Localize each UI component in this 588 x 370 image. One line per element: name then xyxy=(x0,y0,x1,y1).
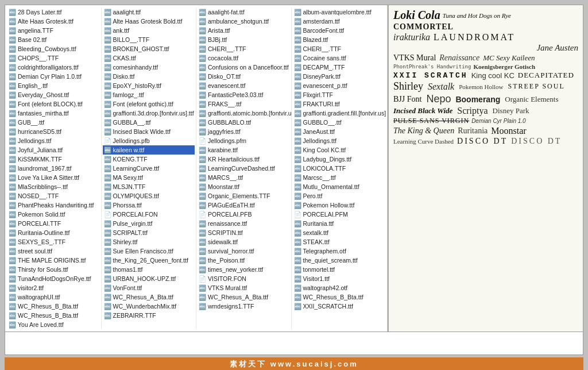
list-item[interactable]: 🔤aaalight.ttf xyxy=(103,7,195,17)
list-item[interactable]: 🔤28 Days Later.ttf xyxy=(7,7,100,17)
list-item[interactable]: 🔤FRAKTURI.ttf xyxy=(293,99,385,109)
list-item[interactable]: 🔤Visitor1.ttf xyxy=(293,274,385,283)
list-item[interactable]: 🔤English_.ttf xyxy=(7,81,100,90)
list-item[interactable]: 🔤LearningCurveDashed.ttf xyxy=(198,164,290,173)
list-item[interactable]: 🔤Organic_Elements.TTF xyxy=(198,191,290,201)
list-item[interactable]: 🔤Ladybug_Dings.ttf xyxy=(293,155,385,164)
list-item[interactable]: 🔤sidewalk.ttf xyxy=(198,237,290,246)
list-item[interactable]: 🔤DisneyPark.ttf xyxy=(293,72,385,81)
list-item[interactable]: 🔤renaissance.ttf xyxy=(198,219,290,228)
list-item[interactable]: 🔤SCRIPTIN.ttf xyxy=(198,228,290,237)
list-item[interactable]: 🔤sextalk.ttf xyxy=(293,228,385,237)
list-item[interactable]: 🔤KR Heartailcious.ttf xyxy=(198,155,290,164)
list-item[interactable]: 🔤BILLO__.TTF xyxy=(103,35,195,44)
list-item[interactable]: 🔤Moonstar.ttf xyxy=(198,182,290,191)
list-item[interactable]: 🔤coldrightforalligators.ttf xyxy=(7,63,100,72)
list-item[interactable]: 🔤GUBBLA__.ttf xyxy=(103,118,195,127)
list-item[interactable]: 🔤URBAN_HOOK-UPZ.ttf xyxy=(103,274,195,283)
list-item[interactable]: 🔤BarcodeFont.ttf xyxy=(293,26,385,35)
list-item[interactable]: 🔤the_Poison.ttf xyxy=(198,256,290,265)
list-item[interactable]: 🔤MlaScribblings--.ttf xyxy=(7,182,100,191)
list-item[interactable]: 🔤SEXYS_ES_.TTF xyxy=(7,237,100,246)
list-item[interactable]: 📄PORCELAI.PFB xyxy=(198,210,290,219)
list-item[interactable]: 🔤Arista.ttf xyxy=(198,26,290,35)
list-item[interactable]: 🔤Cocaine sans.ttf xyxy=(293,53,385,63)
list-item[interactable]: 📄VISITOR.FON xyxy=(198,274,290,283)
list-item[interactable]: 🔤TunaAndHotDogsOnRye.ttf xyxy=(7,274,100,283)
list-item[interactable]: 🔤ZEBRAIRR.TTF xyxy=(103,311,195,320)
list-item[interactable]: 🔤CKAS.ttf xyxy=(103,53,195,63)
list-item[interactable]: 🔤GUB__.ttf xyxy=(7,118,100,127)
list-item[interactable]: 🔤KOENG.TTF xyxy=(103,155,195,164)
list-item[interactable]: 🔤Marcsc__.ttf xyxy=(293,173,385,182)
list-item[interactable]: 🔤EpoXY_histoRy.ttf xyxy=(103,81,195,90)
list-item[interactable]: 🔤MLSJN.TTF xyxy=(103,182,195,191)
list-item[interactable]: 🔤Phorssa.ttf xyxy=(103,201,195,210)
list-item[interactable]: 🔤WC_Rhesus_B_Bta.ttf xyxy=(293,292,385,302)
list-item[interactable]: 🔤PlAGuEdEaTH.ttf xyxy=(198,201,290,210)
list-item[interactable]: 🔤Jellodings.ttf xyxy=(293,136,385,145)
list-item[interactable]: 🔤graffionti.atomic.bomb.[fontvir.us].ttf xyxy=(198,109,290,118)
list-item[interactable]: 🔤the_King_26_Queen_font.ttf xyxy=(103,256,195,265)
list-item[interactable]: 🔤BJBj.ttf xyxy=(198,35,290,44)
list-item[interactable]: 🔤WC_Rhesus_A_Bta.ttf xyxy=(103,292,195,302)
list-item[interactable]: 🔤MA Sexy.ttf xyxy=(103,173,195,182)
list-item[interactable]: 🔤Ruritania.ttf xyxy=(293,219,385,228)
list-item[interactable]: 🔤street soul.ttf xyxy=(7,246,100,256)
list-item[interactable]: 🔤Confusions on a Dancefloor.ttf xyxy=(198,63,290,72)
list-item[interactable]: 🔤Pokemon Hollow.ttf xyxy=(293,201,385,210)
list-item[interactable]: 🔤Demian Cyr Plain 1.0.ttf xyxy=(7,72,100,81)
list-item[interactable]: 🔤evanescent_p.ttf xyxy=(293,81,385,90)
list-item[interactable]: 🔤Everyday_Ghost.ttf xyxy=(7,90,100,99)
list-item[interactable]: 🔤Shirley.ttf xyxy=(103,237,195,246)
list-item[interactable]: 🔤THE MAPLE ORIGINS.ttf xyxy=(7,256,100,265)
list-item[interactable]: 📄Jellodings.pfb xyxy=(103,136,195,145)
list-item[interactable]: 🔤OLYMPIQUES.ttf xyxy=(103,191,195,201)
list-item[interactable]: 🔤GUBBLO__.ttf xyxy=(293,118,385,127)
list-item[interactable]: 🔤Flixgirl.TTF xyxy=(293,90,385,99)
list-item[interactable]: 🔤graffionti.gradient.fill.[fontvir.us].t… xyxy=(293,109,385,118)
list-item[interactable]: 🔤visitor2.ttf xyxy=(7,283,100,292)
list-item[interactable]: 🔤Base 02.ttf xyxy=(7,35,100,44)
list-item[interactable]: 🔤WC_Rhesus_B_Bta.ttf xyxy=(7,311,100,320)
list-item[interactable]: 🔤VTKS Mural.ttf xyxy=(198,283,290,292)
list-item[interactable]: 📄PORCELAI.PFM xyxy=(293,210,385,219)
list-item[interactable]: 🔤jaggyfries.ttf xyxy=(198,127,290,136)
list-item[interactable]: 🔤FantasticPete3.03.ttf xyxy=(198,90,290,99)
list-item[interactable]: 🔤survival_horror.ttf xyxy=(198,246,290,256)
list-item[interactable]: 🔤ambulance_shotgun.ttf xyxy=(198,17,290,26)
list-item[interactable]: 🔤thomas1.ttf xyxy=(103,265,195,274)
list-item[interactable]: 🔤tonmortel.ttf xyxy=(293,265,385,274)
list-item[interactable]: 🔤angelina.TTF xyxy=(7,26,100,35)
list-item[interactable]: 🔤kaileen w.ttf xyxy=(103,145,195,155)
list-item[interactable]: 📄PORCELAI.FON xyxy=(103,210,195,219)
list-item[interactable]: 🔤hurricaneSD5.ttf xyxy=(7,127,100,136)
list-item[interactable]: 🔤Alte Haas Grotesk.ttf xyxy=(7,17,100,26)
list-item[interactable]: 🔤Disko.ttf xyxy=(103,72,195,81)
list-item[interactable]: 🔤King Cool KC.ttf xyxy=(293,145,385,155)
list-item[interactable]: 🔤MARCS__.ttf xyxy=(198,173,290,182)
list-item[interactable]: 🔤cocacola.ttf xyxy=(198,53,290,63)
list-item[interactable]: 🔤FRAKS__.ttf xyxy=(198,99,290,109)
list-item[interactable]: 🔤CHERI__.TTF xyxy=(198,44,290,53)
list-item[interactable]: 🔤XXII_SCRATCH.ttf xyxy=(293,302,385,311)
list-item[interactable]: 🔤ank.ttf xyxy=(103,26,195,35)
list-item[interactable]: 🔤aaalight-fat.ttf xyxy=(198,7,290,17)
list-item[interactable]: 🔤laundromat_1967.ttf xyxy=(7,164,100,173)
list-item[interactable]: 🔤NOSED__.TTF xyxy=(7,191,100,201)
list-item[interactable]: 🔤amsterdam.ttf xyxy=(293,17,385,26)
list-item[interactable]: 🔤Joyful_Juliana.ttf xyxy=(7,145,100,155)
list-item[interactable]: 🔤Love Ya Like A Sitter.ttf xyxy=(7,173,100,182)
list-item[interactable]: 🔤Alte Haas Grotesk Bold.ttf xyxy=(103,17,195,26)
list-item[interactable]: 🔤the_quiet_scream.ttf xyxy=(293,256,385,265)
list-item[interactable]: 🔤Incised Black Wide.ttf xyxy=(103,127,195,136)
list-item[interactable]: 📄Jellodings.pfm xyxy=(198,136,290,145)
list-item[interactable]: 🔤CHOPS__.TTF xyxy=(7,53,100,63)
list-item[interactable]: 🔤LearningCurve.ttf xyxy=(103,164,195,173)
list-item[interactable]: 🔤waltograph42.otf xyxy=(293,283,385,292)
list-item[interactable]: 🔤LOKICOLA.TTF xyxy=(293,164,385,173)
list-item[interactable]: 🔤Font (elefont BLOCK).ttf xyxy=(7,99,100,109)
list-item[interactable]: 🔤BROKEN_GHOST.ttf xyxy=(103,44,195,53)
list-item[interactable]: 🔤Bleeding_Cowboys.ttf xyxy=(7,44,100,53)
list-item[interactable]: 🔤PhantPheaks Handwriting.ttf xyxy=(7,201,100,210)
